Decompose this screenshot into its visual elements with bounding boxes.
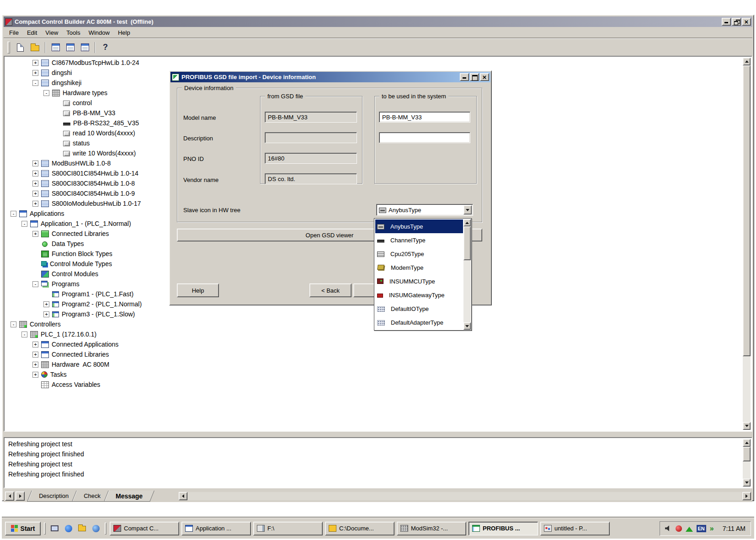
expand-icon[interactable]: + — [32, 372, 38, 378]
tree-item-label: Connected Libraries — [52, 230, 109, 237]
dialog-maximize-button[interactable] — [470, 73, 479, 81]
expand-icon[interactable]: + — [32, 191, 38, 197]
expand-icon[interactable]: + — [43, 311, 49, 317]
explorer-search-button[interactable] — [76, 523, 88, 534]
tree-item-connected-applications[interactable]: +Connected Applications — [6, 339, 742, 349]
expand-icon[interactable]: + — [32, 171, 38, 176]
globe-button[interactable] — [90, 523, 101, 534]
collapse-icon[interactable]: - — [43, 90, 49, 96]
hscroll-right-button[interactable] — [742, 492, 751, 500]
library-view-1-button[interactable] — [49, 41, 62, 53]
tree-item-plc-1-172-16-0-1[interactable]: -PLC_1 (172.16.0.1) — [6, 329, 742, 339]
menu-view[interactable]: View — [41, 28, 62, 37]
taskbar-task-application[interactable]: Application ... — [181, 522, 251, 535]
antivirus-icon[interactable] — [676, 525, 682, 532]
dropdown-option-channeltype[interactable]: ChannelType — [375, 233, 463, 247]
tree-item-label: Hardware types — [63, 89, 107, 96]
taskbar-task-compact-c[interactable]: Compact C... — [110, 522, 179, 535]
tree-item-hardware-ac-800m[interactable]: +Hardware AC 800M — [6, 359, 742, 369]
library-view-2-button[interactable] — [64, 41, 77, 53]
start-button[interactable]: Start — [5, 522, 41, 535]
dropdown-scrollbar[interactable] — [463, 219, 471, 330]
new-document-button[interactable] — [14, 41, 27, 53]
description-input[interactable] — [379, 132, 470, 143]
expand-icon[interactable]: + — [32, 70, 38, 76]
help-button[interactable]: Help — [177, 283, 219, 297]
close-button[interactable] — [742, 18, 751, 26]
tab-scroll-left-button[interactable] — [5, 492, 14, 501]
collapse-icon[interactable]: - — [21, 221, 27, 227]
dropdown-option-insummcutype[interactable]: INSUMMCUType — [375, 274, 463, 288]
taskbar-task-c-docume[interactable]: C:\Docume... — [325, 522, 394, 535]
tab-message[interactable]: Message — [104, 491, 154, 502]
expand-icon[interactable]: + — [32, 362, 38, 368]
model-name-input[interactable]: PB-B-MM_V33 — [379, 112, 470, 123]
expand-icon[interactable]: + — [43, 301, 49, 307]
message-scrollbar[interactable] — [743, 439, 751, 487]
sync-icon[interactable] — [710, 525, 717, 532]
expand-icon[interactable]: + — [32, 342, 38, 348]
menu-window[interactable]: Window — [85, 28, 114, 37]
dropdown-option-defaultadaptertype[interactable]: DefaultAdapterType — [375, 315, 463, 329]
menu-tools[interactable]: Tools — [62, 28, 84, 37]
scroll-down-button[interactable] — [743, 422, 751, 430]
collapse-icon[interactable]: - — [11, 211, 16, 217]
menu-edit[interactable]: Edit — [23, 28, 41, 37]
tree-scrollbar[interactable] — [743, 58, 751, 430]
restore-button[interactable] — [732, 18, 741, 26]
expand-icon[interactable]: + — [32, 201, 38, 207]
collapse-icon[interactable]: - — [32, 80, 38, 86]
menu-file[interactable]: File — [5, 28, 23, 37]
expand-icon[interactable]: + — [32, 60, 38, 66]
pane-splitter[interactable] — [4, 432, 752, 437]
tree-item-tasks[interactable]: +Tasks — [6, 369, 742, 380]
scroll-up-button[interactable] — [463, 219, 471, 226]
language-indicator[interactable]: EN — [697, 525, 706, 532]
dropdown-option-defaultiotype[interactable]: DefaultIOType — [375, 302, 463, 315]
scroll-up-button[interactable] — [743, 439, 751, 447]
internet-explorer-button[interactable] — [63, 523, 74, 534]
umbrella-icon[interactable] — [686, 523, 693, 532]
tree-item-access-variables[interactable]: Access Variables — [6, 380, 742, 390]
volume-icon[interactable] — [665, 525, 672, 532]
scroll-up-button[interactable] — [743, 58, 751, 65]
collapse-icon[interactable]: - — [32, 281, 38, 287]
combobox-dropdown-button[interactable] — [463, 205, 472, 214]
scrollbar-thumb[interactable] — [743, 447, 751, 461]
minimize-button[interactable] — [722, 18, 731, 26]
scroll-down-button[interactable] — [743, 479, 751, 487]
dialog-minimize-button[interactable] — [460, 73, 469, 81]
help-button[interactable] — [99, 41, 112, 53]
back-button[interactable]: < Back — [309, 283, 351, 297]
collapse-icon[interactable]: - — [21, 331, 27, 337]
hscroll-track[interactable] — [188, 492, 742, 500]
show-desktop-button[interactable] — [49, 523, 60, 534]
taskbar-task-modsim32[interactable]: ModSim32 -... — [397, 522, 466, 535]
slave-icon-combobox[interactable]: AnybusType — [376, 204, 473, 216]
tab-scroll-right-button[interactable] — [16, 492, 25, 501]
dropdown-option-insumgatewaytype[interactable]: INSUMGatewayType — [375, 288, 463, 302]
taskbar-task-untitled-p[interactable]: untitled - P... — [540, 522, 610, 535]
expand-icon[interactable]: + — [32, 181, 38, 187]
collapse-icon[interactable]: - — [11, 321, 16, 327]
dialog-titlebar[interactable]: PROFIBUS GSD file import - Device inform… — [170, 72, 490, 82]
expand-icon[interactable]: + — [32, 231, 38, 237]
scroll-down-button[interactable] — [463, 322, 471, 330]
tree-item-connected-libraries[interactable]: +Connected Libraries — [6, 349, 742, 359]
menu-help[interactable]: Help — [114, 28, 134, 37]
tree-item-ci867modbustcphwlib-1-0-24[interactable]: +CI867ModbusTcpHwLib 1.0-24 — [6, 58, 742, 68]
scrollbar-thumb[interactable] — [743, 65, 751, 356]
dialog-close-button[interactable] — [480, 73, 489, 81]
expand-icon[interactable]: + — [32, 352, 38, 358]
library-view-3-button[interactable] — [78, 41, 91, 53]
scrollbar-thumb[interactable] — [463, 226, 471, 260]
dropdown-option-cpu205type[interactable]: Cpu205Type — [375, 247, 463, 261]
dropdown-option-anybustype[interactable]: AnybusType — [375, 219, 463, 233]
dropdown-option-modemtype[interactable]: ModemType — [375, 261, 463, 274]
taskbar-task-profibus[interactable]: PROFIBUS ... — [469, 522, 538, 535]
taskbar-task-f[interactable]: F:\ — [253, 522, 323, 535]
arrow-up-icon — [745, 440, 749, 444]
open-folder-button[interactable] — [28, 41, 42, 53]
expand-icon[interactable]: + — [32, 160, 38, 166]
hscroll-left-button[interactable] — [179, 492, 187, 500]
